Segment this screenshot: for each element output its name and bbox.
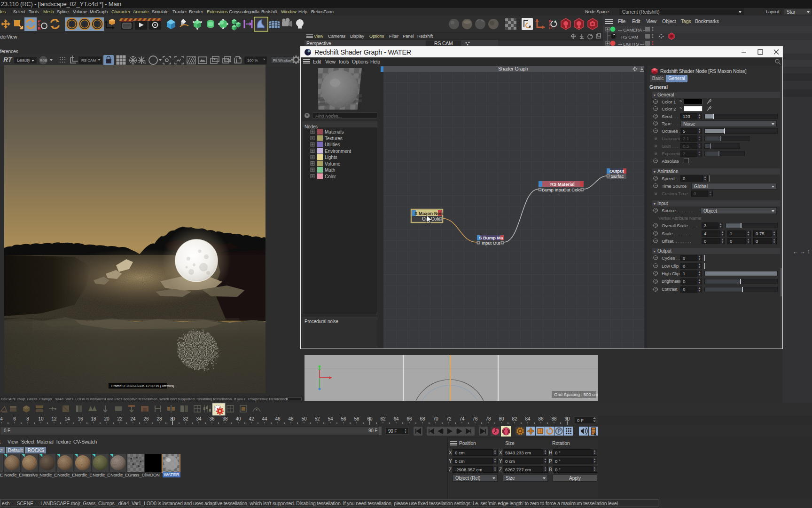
- svg-text:Environment: Environment: [325, 149, 351, 154]
- svg-text:Volume: Volume: [325, 161, 341, 167]
- svg-text:Lights: Lights: [325, 155, 337, 160]
- svg-text:24: 24: [130, 416, 136, 421]
- svg-text:76: 76: [472, 416, 478, 421]
- svg-text:22: 22: [117, 416, 123, 421]
- svg-text:100 %: 100 %: [247, 58, 258, 63]
- svg-text:4: 4: [0, 416, 3, 421]
- svg-text:54: 54: [328, 416, 333, 421]
- svg-text:14: 14: [64, 416, 70, 421]
- svg-text:72: 72: [446, 416, 452, 421]
- svg-text:RGB: RGB: [40, 59, 47, 62]
- svg-text:86: 86: [538, 416, 544, 421]
- svg-text:0 F: 0 F: [577, 418, 584, 423]
- svg-text:PV: PV: [226, 58, 231, 62]
- svg-text:56: 56: [341, 416, 346, 421]
- svg-text:Bump Input: Bump Input: [542, 187, 565, 192]
- svg-text:48: 48: [288, 416, 294, 421]
- svg-text:74: 74: [459, 416, 465, 421]
- svg-text:P: P: [558, 429, 561, 434]
- svg-text:66: 66: [406, 416, 412, 421]
- svg-text:X: X: [70, 21, 73, 28]
- svg-text:S Maxon Nois: S Maxon Nois: [414, 211, 444, 216]
- svg-text:G: G: [143, 61, 146, 64]
- svg-text:52: 52: [314, 416, 320, 421]
- svg-text:64: 64: [393, 416, 399, 421]
- svg-text:12: 12: [51, 416, 57, 421]
- svg-text:8: 8: [26, 416, 29, 421]
- svg-text:Input Out: Input Out: [482, 240, 500, 246]
- svg-text:26: 26: [143, 416, 149, 421]
- svg-text:62: 62: [380, 416, 386, 421]
- svg-text:Frame 0: 2022-02-06 12:30:1: Frame 0: 2022-02-06 12:30:19 (7m:56s): [111, 384, 174, 388]
- svg-text:20: 20: [104, 416, 109, 421]
- svg-text:42: 42: [249, 416, 254, 421]
- svg-text:58: 58: [354, 416, 359, 421]
- svg-text:Utilities: Utilities: [325, 142, 340, 147]
- svg-text:RS Material: RS Material: [550, 182, 575, 187]
- svg-text:46: 46: [275, 416, 281, 421]
- svg-text:18: 18: [91, 416, 96, 421]
- svg-text:40: 40: [235, 416, 241, 421]
- svg-text:36: 36: [209, 416, 215, 421]
- svg-text:78: 78: [485, 416, 491, 421]
- svg-text:32: 32: [183, 416, 188, 421]
- svg-text:R: R: [38, 26, 41, 31]
- svg-text:RS CAM: RS CAM: [81, 58, 96, 63]
- svg-text:S Bump Ma: S Bump Ma: [479, 235, 503, 240]
- svg-text:50: 50: [301, 416, 307, 421]
- svg-text:68: 68: [420, 416, 425, 421]
- svg-text:Y: Y: [82, 21, 86, 28]
- svg-text:6: 6: [13, 416, 16, 421]
- svg-text:Output: Output: [609, 168, 625, 174]
- svg-text:70: 70: [433, 416, 438, 421]
- svg-text:88: 88: [551, 416, 557, 421]
- svg-text:Z: Z: [95, 21, 98, 28]
- svg-text:Grid Spacing : 500 cm: Grid Spacing : 500 cm: [554, 392, 598, 397]
- svg-text:82: 82: [512, 416, 517, 421]
- svg-text:R: R: [549, 26, 552, 30]
- svg-text:Out Color: Out Color: [563, 187, 582, 192]
- svg-text:16: 16: [78, 416, 83, 421]
- svg-text:Math: Math: [325, 167, 335, 173]
- svg-text:38: 38: [222, 416, 228, 421]
- svg-text:Surfac: Surfac: [611, 174, 624, 179]
- svg-text:Materials: Materials: [325, 129, 344, 135]
- svg-text:Textures: Textures: [325, 136, 343, 141]
- svg-text:28: 28: [156, 416, 162, 421]
- svg-text:34: 34: [196, 416, 202, 421]
- svg-text:Fit Window: Fit Window: [273, 58, 292, 63]
- svg-text:80: 80: [499, 416, 504, 421]
- svg-text:44: 44: [262, 416, 267, 421]
- svg-text:10: 10: [38, 416, 44, 421]
- svg-text:Color: Color: [325, 174, 336, 179]
- svg-text:84: 84: [525, 416, 531, 421]
